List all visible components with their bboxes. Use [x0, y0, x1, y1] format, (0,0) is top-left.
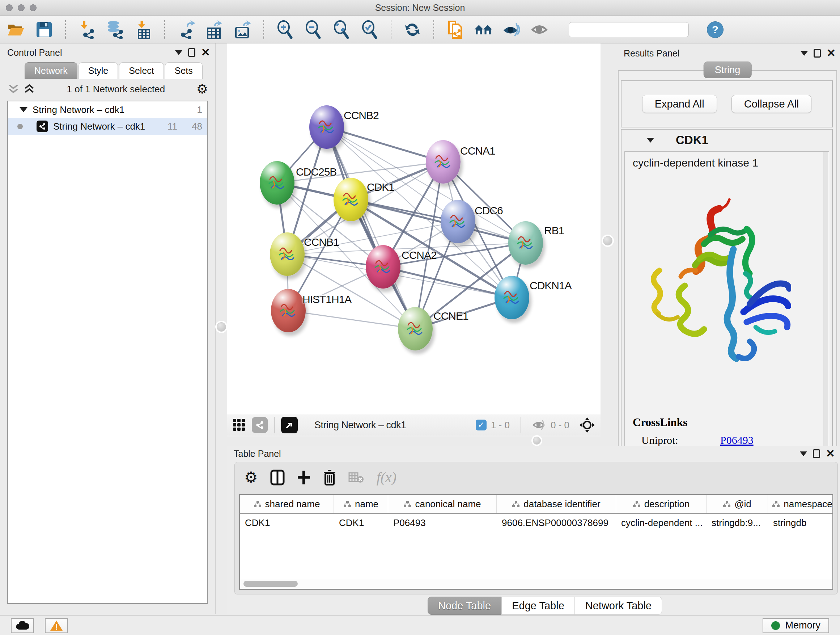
panel-menu-icon[interactable] [175, 50, 182, 55]
delete-table-icon [348, 471, 364, 484]
tab-style[interactable]: Style [79, 62, 118, 79]
panel-float-icon[interactable] [188, 48, 195, 57]
zoom-fit-button[interactable] [332, 20, 351, 39]
expand-all-networks-icon[interactable] [7, 84, 19, 95]
network-share-button[interactable] [252, 417, 268, 433]
zoom-in-button[interactable] [276, 20, 294, 39]
open-session-button[interactable] [6, 20, 25, 39]
collapse-triangle-icon[interactable] [19, 107, 27, 112]
first-neighbors-button[interactable] [474, 20, 493, 39]
crosslink-link[interactable]: P06493 [720, 434, 753, 447]
network-row[interactable]: String Network – cdk1 11 48 [8, 118, 207, 135]
panel-float-icon[interactable] [813, 49, 821, 57]
panel-float-icon[interactable] [813, 449, 820, 458]
bottom-splitter-handle[interactable] [533, 437, 541, 445]
collapse-all-networks-icon[interactable] [23, 84, 35, 95]
network-options-gear-icon[interactable]: ⚙ [196, 82, 208, 96]
close-window-button[interactable] [6, 4, 13, 11]
column-header--id[interactable]: @id [706, 495, 768, 513]
right-splitter-handle[interactable] [603, 236, 613, 245]
open-folder-icon [6, 21, 25, 38]
tab-network-table[interactable]: Network Table [575, 597, 662, 615]
table-row[interactable]: CDK1CDK1P064939606.ENSP00000378699cyclin… [240, 514, 832, 532]
warnings-button[interactable] [45, 618, 68, 633]
network-node-ccna2[interactable] [366, 245, 401, 288]
selected-checkbox-icon[interactable]: ✓ [476, 420, 486, 431]
network-node-hist1h1a[interactable] [271, 289, 306, 333]
left-splitter-handle[interactable] [217, 322, 226, 332]
left-splitter[interactable] [216, 43, 227, 614]
import-network-database-button[interactable] [106, 20, 125, 39]
cdk1-section-header[interactable]: CDK1 [622, 130, 832, 150]
tab-sets[interactable]: Sets [165, 62, 202, 79]
function-builder-icon: f(x) [377, 469, 397, 486]
column-header-namespace[interactable]: namespace [768, 495, 833, 513]
network-node-ccnb2[interactable] [309, 105, 344, 149]
collapse-all-button[interactable]: Collapse All [731, 95, 812, 113]
network-node-ccna1[interactable] [426, 140, 461, 184]
import-network-file-button[interactable] [77, 20, 96, 39]
table-hscrollbar[interactable] [240, 579, 832, 588]
save-session-button[interactable] [35, 20, 54, 39]
panel-menu-icon[interactable] [801, 51, 808, 56]
tab-network[interactable]: Network [25, 62, 77, 79]
memory-button[interactable]: Memory [763, 618, 829, 633]
refresh-view-button[interactable] [403, 20, 422, 39]
fit-content-crosshair-icon[interactable] [579, 417, 595, 433]
panel-close-icon[interactable]: ✕ [201, 47, 210, 58]
export-image-button[interactable] [233, 20, 252, 39]
node-label-ccne1: CCNE1 [433, 310, 469, 322]
network-node-ccnb1[interactable] [270, 233, 305, 276]
column-header-description[interactable]: description [616, 495, 706, 513]
zoom-fit-icon [332, 20, 351, 39]
show-all-button[interactable] [531, 20, 549, 39]
table-options-gear-icon[interactable]: ⚙ [244, 470, 258, 485]
tab-select[interactable]: Select [119, 62, 164, 79]
network-node-cdc25b[interactable] [260, 161, 294, 204]
show-columns-icon[interactable] [270, 470, 285, 486]
network-node-ccne1[interactable] [398, 307, 433, 350]
open-in-browser-button[interactable] [281, 417, 298, 433]
network-node-cdk1[interactable] [333, 178, 368, 221]
node-table[interactable]: shared namenamecanonical namedatabase id… [239, 494, 833, 590]
node-label-cdc6: CDC6 [475, 204, 503, 217]
expand-all-button[interactable]: Expand All [642, 95, 717, 113]
column-header-name[interactable]: name [334, 495, 388, 513]
network-node-cdc6[interactable] [441, 200, 475, 243]
add-column-icon[interactable] [297, 470, 311, 485]
table-hscroll-thumb[interactable] [243, 581, 298, 587]
panel-close-icon[interactable]: ✕ [826, 448, 835, 459]
duplicate-network-button[interactable] [446, 20, 464, 39]
panel-close-icon[interactable]: ✕ [827, 48, 836, 59]
results-scrollbar[interactable] [823, 152, 828, 456]
column-header-shared-name[interactable]: shared name [240, 495, 334, 513]
panel-menu-icon[interactable] [800, 451, 807, 456]
column-header-database-identifier[interactable]: database identifier [497, 495, 616, 513]
column-header-canonical-name[interactable]: canonical name [388, 495, 497, 513]
help-button[interactable]: ? [707, 21, 723, 38]
maximize-window-button[interactable] [30, 4, 36, 11]
network-collection-row[interactable]: String Network – cdk1 1 [8, 101, 207, 118]
network-node-rb1[interactable] [508, 221, 543, 264]
node-label-rb1: RB1 [544, 225, 564, 237]
network-view[interactable]: CCNB2CCNA1CDC25BCDK1CDC6RB1CCNB1CCNA2CDK… [227, 43, 600, 414]
grid-overview-icon[interactable] [232, 418, 246, 432]
tab-edge-table[interactable]: Edge Table [501, 597, 575, 615]
network-node-cdkn1a[interactable] [494, 276, 529, 319]
cloud-tasks-button[interactable] [11, 618, 34, 633]
toolbar-separator [164, 20, 165, 39]
zoom-out-button[interactable] [304, 20, 323, 39]
import-table-file-button[interactable] [134, 20, 153, 39]
delete-column-icon[interactable] [323, 470, 336, 486]
tab-node-table[interactable]: Node Table [428, 597, 501, 615]
hide-selected-button[interactable] [502, 20, 521, 39]
zoom-selected-button[interactable] [360, 20, 379, 39]
right-splitter[interactable] [600, 43, 615, 446]
string-tab[interactable]: String [704, 62, 752, 78]
network-list: String Network – cdk1 1 String Network –… [7, 101, 208, 604]
export-table-button[interactable] [205, 20, 224, 39]
export-network-button[interactable] [177, 20, 195, 39]
section-collapse-icon[interactable] [647, 138, 654, 143]
minimize-window-button[interactable] [18, 4, 25, 11]
search-input[interactable] [576, 25, 688, 35]
